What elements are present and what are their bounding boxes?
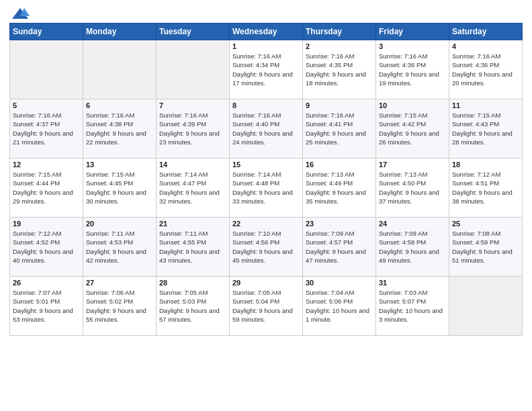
day-number: 27 (86, 279, 153, 287)
day-info: Sunrise: 7:07 AM Sunset: 5:01 PM Dayligh… (13, 288, 80, 324)
day-info: Sunrise: 7:13 AM Sunset: 4:50 PM Dayligh… (379, 170, 446, 205)
day-info: Sunrise: 7:05 AM Sunset: 5:04 PM Dayligh… (232, 288, 300, 324)
day-number: 18 (452, 161, 519, 169)
day-info: Sunrise: 7:16 AM Sunset: 4:40 PM Dayligh… (232, 111, 300, 146)
table-row: 27Sunrise: 7:06 AM Sunset: 5:02 PM Dayli… (83, 277, 157, 336)
table-row: 21Sunrise: 7:11 AM Sunset: 4:55 PM Dayli… (157, 218, 230, 277)
col-friday: Friday (376, 24, 449, 40)
day-info: Sunrise: 7:12 AM Sunset: 4:51 PM Dayligh… (452, 170, 519, 205)
calendar-week-row: 5Sunrise: 7:16 AM Sunset: 4:37 PM Daylig… (10, 99, 523, 158)
table-row: 29Sunrise: 7:05 AM Sunset: 5:04 PM Dayli… (230, 277, 303, 336)
day-info: Sunrise: 7:16 AM Sunset: 4:39 PM Dayligh… (159, 111, 226, 146)
day-number: 15 (232, 161, 300, 169)
day-info: Sunrise: 7:16 AM Sunset: 4:34 PM Dayligh… (232, 52, 300, 87)
calendar-header-row: Sunday Monday Tuesday Wednesday Thursday… (10, 24, 523, 40)
day-number: 23 (306, 220, 373, 228)
table-row: 9Sunrise: 7:16 AM Sunset: 4:41 PM Daylig… (303, 99, 376, 158)
day-info: Sunrise: 7:15 AM Sunset: 4:45 PM Dayligh… (86, 170, 153, 205)
table-row: 25Sunrise: 7:08 AM Sunset: 4:59 PM Dayli… (449, 218, 523, 277)
table-row: 6Sunrise: 7:16 AM Sunset: 4:38 PM Daylig… (83, 99, 157, 158)
table-row: 3Sunrise: 7:16 AM Sunset: 4:36 PM Daylig… (376, 40, 449, 99)
day-number: 3 (379, 42, 446, 50)
col-saturday: Saturday (449, 24, 523, 40)
table-row: 23Sunrise: 7:09 AM Sunset: 4:57 PM Dayli… (303, 218, 376, 277)
calendar-week-row: 1Sunrise: 7:16 AM Sunset: 4:34 PM Daylig… (10, 40, 523, 99)
table-row: 30Sunrise: 7:04 AM Sunset: 5:06 PM Dayli… (303, 277, 376, 336)
day-number: 22 (232, 220, 300, 228)
table-row (10, 40, 83, 99)
day-number: 7 (159, 101, 226, 109)
logo-area (9, 7, 30, 17)
day-info: Sunrise: 7:14 AM Sunset: 4:48 PM Dayligh… (232, 170, 300, 205)
table-row: 28Sunrise: 7:05 AM Sunset: 5:03 PM Dayli… (157, 277, 230, 336)
logo (9, 7, 30, 21)
day-number: 2 (306, 42, 373, 50)
day-number: 20 (86, 220, 153, 228)
table-row: 26Sunrise: 7:07 AM Sunset: 5:01 PM Dayli… (10, 277, 83, 336)
table-row: 31Sunrise: 7:03 AM Sunset: 5:07 PM Dayli… (376, 277, 449, 336)
day-number: 8 (232, 101, 300, 109)
day-number: 26 (13, 279, 80, 287)
day-number: 13 (86, 161, 153, 169)
day-info: Sunrise: 7:11 AM Sunset: 4:53 PM Dayligh… (86, 229, 153, 265)
day-info: Sunrise: 7:16 AM Sunset: 4:36 PM Dayligh… (379, 52, 446, 87)
day-number: 25 (452, 220, 519, 228)
day-info: Sunrise: 7:06 AM Sunset: 5:02 PM Dayligh… (86, 288, 153, 324)
day-info: Sunrise: 7:15 AM Sunset: 4:42 PM Dayligh… (379, 111, 446, 146)
day-number: 19 (13, 220, 80, 228)
day-info: Sunrise: 7:10 AM Sunset: 4:56 PM Dayligh… (232, 229, 300, 265)
table-row: 13Sunrise: 7:15 AM Sunset: 4:45 PM Dayli… (83, 158, 157, 218)
table-row: 5Sunrise: 7:16 AM Sunset: 4:37 PM Daylig… (10, 99, 83, 158)
table-row: 20Sunrise: 7:11 AM Sunset: 4:53 PM Dayli… (83, 218, 157, 277)
table-row: 7Sunrise: 7:16 AM Sunset: 4:39 PM Daylig… (157, 99, 230, 158)
header (9, 7, 523, 17)
col-wednesday: Wednesday (230, 24, 303, 40)
day-number: 12 (13, 161, 80, 169)
table-row: 11Sunrise: 7:15 AM Sunset: 4:43 PM Dayli… (449, 99, 523, 158)
col-tuesday: Tuesday (157, 24, 230, 40)
day-number: 9 (306, 101, 373, 109)
table-row: 8Sunrise: 7:16 AM Sunset: 4:40 PM Daylig… (230, 99, 303, 158)
day-info: Sunrise: 7:09 AM Sunset: 4:58 PM Dayligh… (379, 229, 446, 265)
day-number: 29 (232, 279, 300, 287)
day-info: Sunrise: 7:16 AM Sunset: 4:36 PM Dayligh… (452, 52, 519, 87)
day-info: Sunrise: 7:15 AM Sunset: 4:44 PM Dayligh… (13, 170, 80, 205)
day-info: Sunrise: 7:14 AM Sunset: 4:47 PM Dayligh… (159, 170, 226, 205)
table-row: 2Sunrise: 7:16 AM Sunset: 4:35 PM Daylig… (303, 40, 376, 99)
calendar-week-row: 12Sunrise: 7:15 AM Sunset: 4:44 PM Dayli… (10, 158, 523, 218)
day-info: Sunrise: 7:09 AM Sunset: 4:57 PM Dayligh… (306, 229, 373, 265)
col-thursday: Thursday (303, 24, 376, 40)
col-monday: Monday (83, 24, 157, 40)
day-number: 10 (379, 101, 446, 109)
day-info: Sunrise: 7:03 AM Sunset: 5:07 PM Dayligh… (379, 288, 446, 324)
calendar-week-row: 19Sunrise: 7:12 AM Sunset: 4:52 PM Dayli… (10, 218, 523, 277)
logo-icon (11, 7, 30, 21)
table-row: 17Sunrise: 7:13 AM Sunset: 4:50 PM Dayli… (376, 158, 449, 218)
col-sunday: Sunday (10, 24, 83, 40)
table-row: 24Sunrise: 7:09 AM Sunset: 4:58 PM Dayli… (376, 218, 449, 277)
day-number: 4 (452, 42, 519, 50)
day-info: Sunrise: 7:16 AM Sunset: 4:35 PM Dayligh… (306, 52, 373, 87)
day-info: Sunrise: 7:16 AM Sunset: 4:38 PM Dayligh… (86, 111, 153, 146)
calendar-table: Sunday Monday Tuesday Wednesday Thursday… (9, 23, 523, 336)
day-number: 5 (13, 101, 80, 109)
day-number: 28 (159, 279, 226, 287)
table-row: 18Sunrise: 7:12 AM Sunset: 4:51 PM Dayli… (449, 158, 523, 218)
day-info: Sunrise: 7:13 AM Sunset: 4:49 PM Dayligh… (306, 170, 373, 205)
table-row: 4Sunrise: 7:16 AM Sunset: 4:36 PM Daylig… (449, 40, 523, 99)
day-number: 31 (379, 279, 446, 287)
day-number: 24 (379, 220, 446, 228)
day-number: 11 (452, 101, 519, 109)
day-number: 17 (379, 161, 446, 169)
table-row: 14Sunrise: 7:14 AM Sunset: 4:47 PM Dayli… (157, 158, 230, 218)
table-row: 19Sunrise: 7:12 AM Sunset: 4:52 PM Dayli… (10, 218, 83, 277)
day-number: 21 (159, 220, 226, 228)
day-info: Sunrise: 7:05 AM Sunset: 5:03 PM Dayligh… (159, 288, 226, 324)
day-info: Sunrise: 7:12 AM Sunset: 4:52 PM Dayligh… (13, 229, 80, 265)
day-number: 1 (232, 42, 300, 50)
table-row: 16Sunrise: 7:13 AM Sunset: 4:49 PM Dayli… (303, 158, 376, 218)
table-row: 10Sunrise: 7:15 AM Sunset: 4:42 PM Dayli… (376, 99, 449, 158)
day-info: Sunrise: 7:16 AM Sunset: 4:41 PM Dayligh… (306, 111, 373, 146)
table-row (83, 40, 157, 99)
day-info: Sunrise: 7:11 AM Sunset: 4:55 PM Dayligh… (159, 229, 226, 265)
